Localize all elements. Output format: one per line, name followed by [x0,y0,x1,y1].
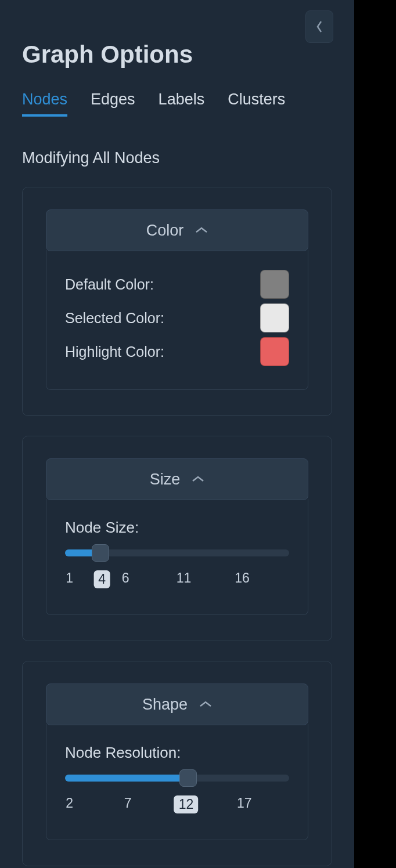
scope-subtitle: Modifying All Nodes [22,149,332,167]
section-size: Size Node Size: 1 4 6 11 16 [22,436,332,641]
chevron-left-icon [315,20,323,33]
page-title: Graph Options [22,41,332,68]
tick-17: 17 [237,795,252,811]
tab-clusters[interactable]: Clusters [228,91,285,117]
selected-color-swatch[interactable] [260,303,289,332]
tick-2: 2 [66,795,73,811]
color-row-selected: Selected Color: [65,303,289,332]
options-panel: Graph Options Nodes Edges Labels Cluster… [0,0,354,868]
section-size-title: Size [150,471,181,489]
tick-11: 11 [177,570,192,586]
section-color-body: Default Color: Selected Color: Highlight… [46,250,308,390]
node-size-ticks: 1 4 6 11 16 [65,570,289,591]
tick-current-12: 12 [174,795,199,813]
tick-1: 1 [66,570,73,586]
node-resolution-slider[interactable] [65,769,289,787]
collapse-panel-button[interactable] [305,10,333,43]
section-color-title: Color [146,222,184,240]
tick-6: 6 [122,570,129,586]
tick-16: 16 [235,570,250,586]
chevron-up-icon [195,226,208,234]
slider-fill [65,775,183,782]
default-color-label: Default Color: [65,276,154,293]
section-size-body: Node Size: 1 4 6 11 16 [46,499,308,615]
section-shape: Shape Node Resolution: 2 7 12 17 [22,661,332,866]
selected-color-label: Selected Color: [65,310,164,327]
section-size-header[interactable]: Size [46,458,308,500]
tabs: Nodes Edges Labels Clusters [22,91,332,117]
tick-current-4: 4 [93,570,110,588]
node-size-slider[interactable] [65,544,289,562]
section-shape-header[interactable]: Shape [46,683,308,725]
tab-edges[interactable]: Edges [91,91,135,117]
tab-nodes[interactable]: Nodes [22,91,67,117]
section-shape-body: Node Resolution: 2 7 12 17 [46,724,308,840]
section-color-header[interactable]: Color [46,209,308,251]
color-row-highlight: Highlight Color: [65,337,289,366]
chevron-up-icon [199,700,212,708]
node-resolution-label: Node Resolution: [65,744,289,762]
chevron-up-icon [192,475,204,483]
tick-7: 7 [124,795,132,811]
highlight-color-label: Highlight Color: [65,343,164,360]
section-shape-title: Shape [142,696,188,714]
node-size-label: Node Size: [65,519,289,537]
tab-labels[interactable]: Labels [159,91,205,117]
node-resolution-ticks: 2 7 12 17 [65,795,289,816]
default-color-swatch[interactable] [260,270,289,299]
highlight-color-swatch[interactable] [260,337,289,366]
color-row-default: Default Color: [65,270,289,299]
section-color: Color Default Color: Selected Color: Hig… [22,187,332,416]
slider-thumb[interactable] [179,769,197,787]
slider-thumb[interactable] [92,544,109,562]
